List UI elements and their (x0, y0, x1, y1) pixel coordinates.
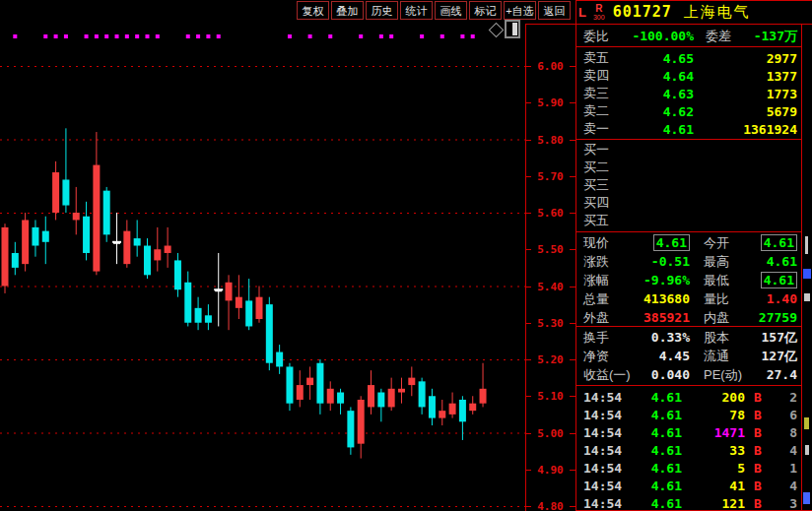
weibi-value: -100.00% (625, 29, 694, 43)
toolbar-button-5[interactable]: 画线 (435, 1, 467, 20)
tick-volume: 5 (682, 461, 745, 476)
candle-body (388, 389, 395, 408)
toolbar-button-1[interactable]: 复权 (297, 1, 329, 20)
quote-value: -0.51 (639, 254, 690, 269)
fund-value: 4.45 (639, 349, 690, 363)
fund-value: 0.33% (639, 330, 690, 345)
candle-body (236, 297, 242, 308)
ask-volume: 1361924 (694, 122, 797, 137)
marker-dot (85, 34, 89, 38)
ask-price: 4.63 (627, 87, 694, 101)
axis-tick (570, 287, 575, 287)
candle-body (408, 378, 415, 385)
split-window-icon[interactable] (505, 20, 520, 38)
tick-time: 14:54 (583, 496, 629, 511)
candle-body (297, 385, 304, 400)
marker-dot (206, 34, 210, 38)
axis-tick (570, 176, 575, 177)
weibi-row: 委比-100.00%委差-137万 (576, 27, 801, 45)
marker-dot (64, 34, 68, 38)
candle-body (480, 389, 487, 404)
candle-body (459, 400, 466, 421)
quote-value-text: -9.96% (643, 273, 690, 287)
candle-body (12, 253, 19, 268)
tick-price: 4.61 (629, 496, 682, 511)
quote-value: 413680 (639, 291, 690, 306)
ask-row-2: 卖二4.625679 (576, 102, 801, 120)
axis-tick (525, 176, 531, 177)
tick-time: 14:54 (583, 390, 629, 405)
fundamental-row: 收益(一)0.040PE(动)27.4 (576, 365, 801, 384)
marker-dot (104, 34, 108, 38)
toolbar-button-3[interactable]: 历史 (366, 1, 398, 20)
quote-value-text: 385921 (643, 310, 690, 325)
tick-row: 14:544.615B1 (576, 459, 801, 477)
ask-label: 卖五 (583, 49, 627, 67)
axis-tick (525, 287, 531, 287)
candle-body (419, 381, 426, 407)
axis-tick (570, 506, 575, 507)
ask-volume: 1377 (694, 69, 797, 84)
frame-header-line (525, 24, 812, 25)
bid-row-2: 买二 (576, 159, 801, 176)
tick-direction-flag: B (745, 408, 771, 422)
candle-body (113, 242, 120, 244)
axis-label: 5.40 (525, 281, 575, 293)
flag-r: R (595, 4, 602, 14)
clipped-panel-fragment (805, 445, 809, 455)
fund-value: 27.4 (755, 367, 797, 382)
axis-label: 5.20 (525, 353, 575, 366)
quote-value-text: 4.61 (653, 234, 690, 251)
fundamental-row: 换手0.33%股本157亿 (576, 328, 801, 347)
candle-body (165, 246, 171, 253)
divider-bid-quote (575, 231, 801, 232)
marker-dot (460, 34, 464, 38)
bid-label: 买一 (583, 141, 627, 159)
toolbar-button-7[interactable]: +自选 (504, 1, 536, 20)
fundamental-row: 净资4.45流通127亿 (576, 347, 801, 365)
weicha-value: -137万 (751, 28, 797, 45)
candle-body (276, 352, 283, 367)
diamond-marker-icon[interactable] (489, 23, 505, 38)
ask-row-3: 卖三4.631773 (576, 85, 801, 102)
candle-body (368, 385, 374, 407)
tick-price: 4.61 (629, 425, 682, 440)
tick-time: 14:54 (583, 408, 629, 422)
fund-value: 127亿 (755, 348, 797, 365)
candle-body (398, 389, 405, 393)
candle-body (184, 283, 191, 323)
tick-volume: 121 (682, 496, 745, 511)
axis-tick (525, 66, 531, 67)
tick-row: 14:544.61200B2 (576, 388, 801, 406)
clipped-panel-fragment (804, 417, 809, 429)
quote-value: -9.96% (639, 273, 690, 287)
candle-body (52, 172, 59, 213)
toolbar-button-4[interactable]: 统计 (400, 1, 433, 20)
tick-price: 4.61 (629, 408, 682, 422)
tick-row: 14:544.6141B4 (576, 477, 801, 494)
axis-tick (525, 102, 531, 103)
marker-dot (389, 34, 393, 38)
marker-dot (156, 34, 160, 38)
tick-count: 8 (771, 425, 797, 440)
tick-count: 1 (771, 461, 797, 476)
tick-count: 4 (771, 479, 797, 493)
marker-dot (288, 34, 292, 38)
quote-row: 涨幅-9.96%最低4.61 (576, 271, 801, 289)
marker-dot (379, 34, 383, 38)
candle-body (358, 400, 365, 444)
toolbar-button-8[interactable]: 返回 (538, 1, 571, 20)
toolbar-button-2[interactable]: 叠加 (331, 1, 364, 20)
flag-r-sub: 300 (593, 14, 605, 21)
candle-body (2, 227, 9, 287)
axis-tick (570, 102, 575, 103)
clipped-panel-fragment (803, 269, 811, 279)
tick-row: 14:544.61121B3 (576, 494, 801, 511)
fund-label: 流通 (704, 348, 755, 365)
axis-label: 5.70 (525, 170, 575, 183)
candle-body (429, 396, 436, 417)
ask-volume: 5679 (694, 104, 797, 119)
candle-body (449, 404, 456, 415)
quote-value: 385921 (639, 310, 690, 325)
toolbar-button-6[interactable]: 标记 (469, 1, 502, 20)
